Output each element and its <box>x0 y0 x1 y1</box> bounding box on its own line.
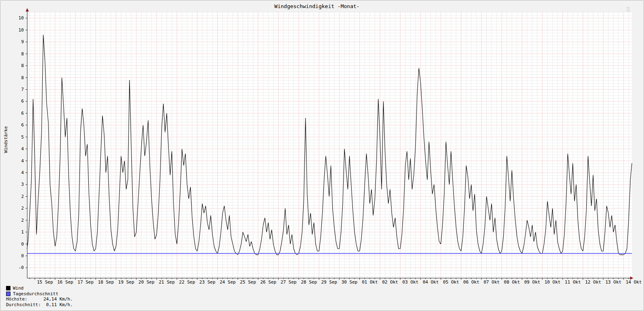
svg-text:4: 4 <box>21 170 24 175</box>
svg-text:29 Sep: 29 Sep <box>321 279 337 285</box>
svg-text:14 Okt: 14 Okt <box>626 279 642 285</box>
svg-text:7: 7 <box>21 87 24 92</box>
svg-text:01 Okt: 01 Okt <box>362 279 378 285</box>
svg-text:03 Okt: 03 Okt <box>402 279 419 285</box>
svg-text:2: 2 <box>21 194 24 199</box>
svg-text:28 Sep: 28 Sep <box>301 279 317 285</box>
svg-text:0: 0 <box>21 253 24 258</box>
svg-text:26 Sep: 26 Sep <box>260 279 276 285</box>
svg-text:3: 3 <box>21 182 24 187</box>
svg-text:04 Okt: 04 Okt <box>423 279 439 285</box>
svg-text:10: 10 <box>19 15 24 21</box>
svg-text:2: 2 <box>21 218 24 223</box>
svg-text:13 Okt: 13 Okt <box>605 279 621 285</box>
rrdtool-graph: Windgeschwindigkeit -Monat- Windstärke R… <box>0 0 644 311</box>
svg-text:02 Okt: 02 Okt <box>382 279 398 285</box>
x-tick-labels: 15 Sep16 Sep17 Sep18 Sep19 Sep20 Sep21 S… <box>37 279 642 285</box>
avg-stat-value: 0,11 Km/h. <box>44 302 73 307</box>
wind-legend-label: Wind <box>13 286 24 291</box>
svg-text:19 Sep: 19 Sep <box>118 279 134 285</box>
svg-text:4: 4 <box>21 146 24 151</box>
average-legend-swatch <box>6 292 10 296</box>
svg-text:23 Sep: 23 Sep <box>199 279 215 285</box>
svg-text:27 Sep: 27 Sep <box>281 279 297 285</box>
svg-text:21 Sep: 21 Sep <box>159 279 175 285</box>
legend: Wind Tagesdurchschnitt Höchste:24,14 Km/… <box>6 286 73 307</box>
y-tick-labels: 10109888766654443222100-0 <box>19 15 24 270</box>
svg-text:0: 0 <box>21 242 24 247</box>
avg-stat-row: Durchschnitt:0,11 Km/h. <box>6 302 73 308</box>
y-axis-arrow <box>26 8 29 12</box>
svg-text:09 Okt: 09 Okt <box>524 279 540 285</box>
max-stat-value: 24,14 Km/h. <box>44 296 73 302</box>
svg-text:-0: -0 <box>19 265 24 270</box>
avg-stat-label: Durchschnitt: <box>6 302 44 307</box>
svg-text:16 Sep: 16 Sep <box>57 279 73 285</box>
max-stat-label: Höchste: <box>6 296 44 302</box>
svg-text:6: 6 <box>21 122 24 128</box>
svg-text:18 Sep: 18 Sep <box>98 279 114 285</box>
svg-text:1: 1 <box>21 229 24 235</box>
svg-text:24 Sep: 24 Sep <box>220 279 236 285</box>
svg-text:2: 2 <box>21 206 24 211</box>
svg-text:06 Okt: 06 Okt <box>463 279 479 285</box>
svg-text:25 Sep: 25 Sep <box>240 279 256 285</box>
svg-text:8: 8 <box>21 51 24 57</box>
svg-text:8: 8 <box>21 63 24 68</box>
svg-text:30 Sep: 30 Sep <box>342 279 358 285</box>
svg-text:07 Okt: 07 Okt <box>484 279 500 285</box>
svg-text:6: 6 <box>21 111 24 116</box>
average-legend-label: Tagesdurchschnitt <box>13 291 58 296</box>
wind-legend-swatch <box>6 286 10 290</box>
legend-row-wind: Wind <box>6 286 73 291</box>
svg-text:6: 6 <box>21 99 24 104</box>
svg-text:12 Okt: 12 Okt <box>585 279 601 285</box>
wind-chart: 10109888766654443222100-015 Sep16 Sep17 … <box>0 0 644 311</box>
svg-text:4: 4 <box>21 158 24 164</box>
svg-text:20 Sep: 20 Sep <box>138 279 154 285</box>
svg-text:05 Okt: 05 Okt <box>443 279 459 285</box>
svg-text:17 Sep: 17 Sep <box>77 279 94 285</box>
legend-row-average: Tagesdurchschnitt <box>6 291 73 297</box>
max-stat-row: Höchste:24,14 Km/h. <box>6 296 73 302</box>
svg-text:8: 8 <box>21 75 24 80</box>
svg-text:9: 9 <box>21 39 24 44</box>
y-axis-ticks <box>26 18 27 268</box>
svg-text:5: 5 <box>21 134 24 140</box>
svg-text:15 Sep: 15 Sep <box>37 279 53 285</box>
svg-text:08 Okt: 08 Okt <box>504 279 520 285</box>
svg-text:11 Okt: 11 Okt <box>565 279 581 285</box>
svg-text:10: 10 <box>19 27 24 33</box>
svg-text:22 Sep: 22 Sep <box>179 279 195 285</box>
svg-text:10 Okt: 10 Okt <box>544 279 561 285</box>
